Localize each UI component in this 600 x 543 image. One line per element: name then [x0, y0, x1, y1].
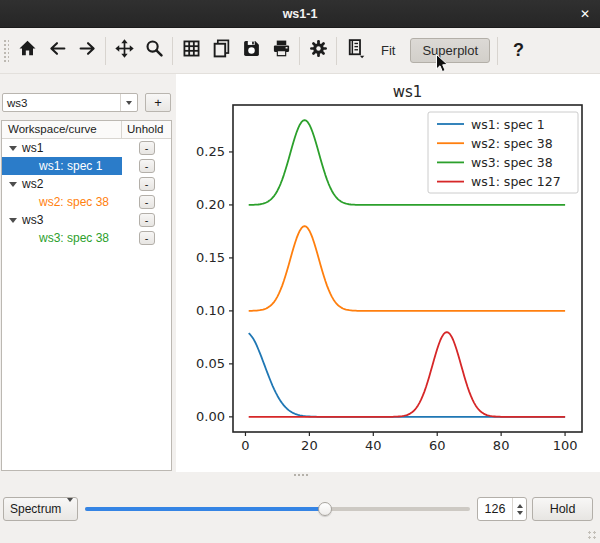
- legend-entry: ws1: spec 1: [471, 117, 545, 132]
- axis-tick-label: 100: [553, 438, 578, 453]
- axis-tick-label: 20: [301, 438, 318, 453]
- tree-row-workspace[interactable]: ws1-: [2, 139, 171, 157]
- tree-row-workspace[interactable]: ws2-: [2, 175, 171, 193]
- mode-selector[interactable]: Spectrum: [3, 497, 78, 521]
- axis-tick-label: 60: [429, 438, 446, 453]
- zoom-icon: [145, 39, 164, 62]
- unhold-button[interactable]: -: [139, 159, 155, 173]
- unhold-cell: -: [122, 193, 171, 211]
- unhold-button[interactable]: -: [139, 177, 155, 191]
- save-button[interactable]: [236, 33, 266, 69]
- splitter-handle[interactable]: [293, 473, 309, 477]
- curve-cell[interactable]: ws3: spec 38: [2, 229, 122, 247]
- axis-tick-label: 0.00: [196, 409, 225, 424]
- workspace-label: ws3: [22, 213, 43, 227]
- spectrum-slider[interactable]: [85, 497, 470, 521]
- close-button[interactable]: ✕: [580, 0, 590, 28]
- subplots-button[interactable]: [176, 33, 206, 69]
- forward-button[interactable]: [72, 33, 102, 69]
- tree-row-curve[interactable]: ws3: spec 38-: [2, 229, 171, 247]
- fit-button[interactable]: Fit: [372, 38, 404, 63]
- workspace-cell[interactable]: ws1: [2, 139, 122, 157]
- window-title: ws1-1: [283, 7, 318, 21]
- superplot-button[interactable]: Superplot: [410, 38, 490, 63]
- toolbar-drag-handle[interactable]: [2, 38, 9, 64]
- generate-script-button[interactable]: [340, 33, 370, 69]
- slider-handle[interactable]: [318, 502, 332, 516]
- unhold-cell: -: [122, 175, 171, 193]
- curve-label: ws2: spec 38: [2, 195, 109, 209]
- curve-label: ws3: spec 38: [2, 231, 109, 245]
- toolbar-separator: [105, 37, 106, 65]
- spin-up-icon[interactable]: [517, 504, 523, 508]
- workspace-cell[interactable]: ws2: [2, 175, 122, 193]
- expander-icon[interactable]: [9, 218, 17, 223]
- axis-tick-label: 0.15: [196, 250, 225, 265]
- tree-row-curve[interactable]: ws1: spec 1-: [2, 157, 171, 175]
- resize-grip[interactable]: [587, 530, 597, 540]
- zoom-button[interactable]: [139, 33, 169, 69]
- home-icon: [18, 39, 37, 62]
- copy-button[interactable]: [206, 33, 236, 69]
- curve-cell[interactable]: ws2: spec 38: [2, 193, 122, 211]
- column-header-workspace-curve[interactable]: Workspace/curve: [2, 121, 122, 138]
- grid-icon: [182, 39, 201, 62]
- unhold-button[interactable]: -: [139, 141, 155, 155]
- axis-tick-label: 0: [241, 438, 249, 453]
- tree-row-workspace[interactable]: ws3-: [2, 211, 171, 229]
- plot-title: ws1: [393, 83, 423, 101]
- unhold-cell: -: [122, 157, 171, 175]
- axis-tick-label: 0.10: [196, 303, 225, 318]
- legend-entry: ws2: spec 38: [471, 136, 553, 151]
- title-bar: ws1-1 ✕: [0, 0, 600, 28]
- curve-ws1-spec-1: [249, 333, 565, 417]
- pan-button[interactable]: [109, 33, 139, 69]
- back-arrow-icon: [48, 39, 67, 62]
- unhold-cell: -: [122, 139, 171, 157]
- combo-arrow-box[interactable]: [120, 94, 137, 111]
- chevron-down-icon: [61, 502, 79, 516]
- spinbox-value[interactable]: 126: [478, 498, 512, 520]
- print-button[interactable]: [266, 33, 296, 69]
- print-icon: [272, 39, 291, 62]
- table-header: Workspace/curve Unhold: [2, 121, 171, 139]
- spin-down-icon[interactable]: [517, 511, 523, 515]
- curve-table: Workspace/curve Unhold ws1-ws1: spec 1-w…: [1, 120, 172, 471]
- add-workspace-button[interactable]: +: [145, 93, 171, 112]
- plot-canvas[interactable]: ws10204060801000.000.050.100.150.200.25w…: [176, 74, 600, 472]
- pan-icon: [115, 39, 134, 62]
- unhold-button[interactable]: -: [139, 213, 155, 227]
- workspace-cell[interactable]: ws3: [2, 211, 122, 229]
- home-button[interactable]: [12, 33, 42, 69]
- axis-tick-label: 0.20: [196, 197, 225, 212]
- back-button[interactable]: [42, 33, 72, 69]
- curve-tree: ws1-ws1: spec 1-ws2-ws2: spec 38-ws3-ws3…: [2, 139, 171, 247]
- toolbar-separator: [172, 37, 173, 65]
- spectrum-spinbox[interactable]: 126: [477, 497, 527, 521]
- unhold-button[interactable]: -: [139, 231, 155, 245]
- plot-figure[interactable]: ws10204060801000.000.050.100.150.200.25w…: [176, 74, 600, 472]
- axis-tick-label: 0.25: [196, 144, 225, 159]
- workspace-label: ws2: [22, 177, 43, 191]
- unhold-button[interactable]: -: [139, 195, 155, 209]
- customize-button[interactable]: [303, 33, 333, 69]
- toolbar-separator: [299, 37, 300, 65]
- curve-cell[interactable]: ws1: spec 1: [2, 157, 122, 175]
- superplot-bottom-bar: Spectrum 126 Hold: [0, 472, 600, 543]
- curve-ws1-spec-127: [249, 332, 565, 417]
- toolbar-separator: [497, 37, 498, 65]
- tree-row-curve[interactable]: ws2: spec 38-: [2, 193, 171, 211]
- superplot-sidebar: ws3 + Workspace/curve Unhold ws1-ws1: sp…: [0, 74, 176, 472]
- curve-ws2-spec-38: [249, 226, 565, 311]
- hold-button[interactable]: Hold: [532, 497, 593, 521]
- plot-legend: ws1: spec 1ws2: spec 38ws3: spec 38ws1: …: [428, 112, 578, 193]
- help-button[interactable]: ?: [501, 40, 536, 61]
- workspace-selector[interactable]: ws3: [2, 93, 138, 112]
- expander-icon[interactable]: [9, 182, 17, 187]
- curve-label: ws1: spec 1: [2, 159, 102, 173]
- spinbox-arrows[interactable]: [512, 498, 526, 520]
- expander-icon[interactable]: [9, 146, 17, 151]
- unhold-cell: -: [122, 211, 171, 229]
- column-header-unhold[interactable]: Unhold: [122, 121, 171, 138]
- mode-selector-value: Spectrum: [4, 502, 61, 516]
